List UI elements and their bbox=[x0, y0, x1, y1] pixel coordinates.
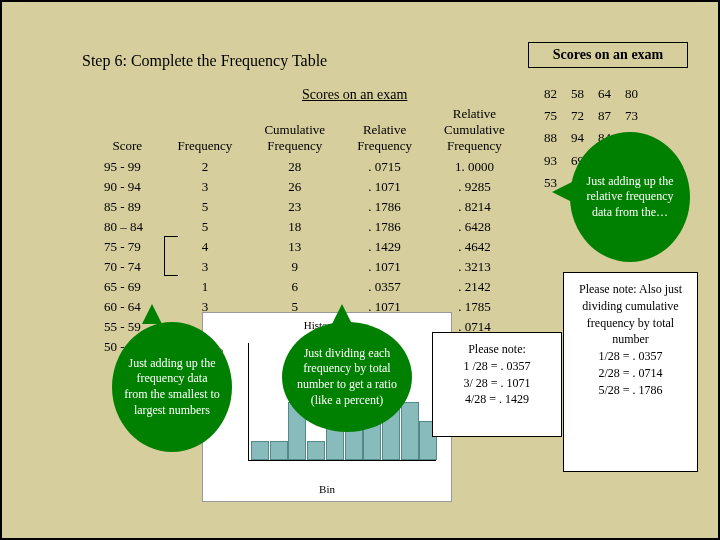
cell: 95 - 99 bbox=[94, 158, 161, 176]
raw-score: 73 bbox=[619, 106, 644, 126]
table-row: 65 - 6916. 0357. 2142 bbox=[94, 278, 520, 296]
cell: 23 bbox=[249, 198, 340, 216]
raw-score: 93 bbox=[538, 151, 563, 171]
callout-relative-cumulative: Just adding up the relative frequency da… bbox=[570, 132, 690, 262]
note-line: 1 /28 = . 0357 bbox=[441, 358, 553, 375]
raw-score: 64 bbox=[592, 84, 617, 104]
note-line: 5/28 = . 1786 bbox=[572, 382, 689, 399]
note-relative-calc: Please note: 1 /28 = . 0357 3/ 28 = . 10… bbox=[432, 332, 562, 437]
cell: 13 bbox=[249, 238, 340, 256]
raw-score: 75 bbox=[538, 106, 563, 126]
note-line: 1/28 = . 0357 bbox=[572, 348, 689, 365]
col-score: Score bbox=[94, 104, 161, 156]
col-relative-frequency: Relative Frequency bbox=[342, 104, 427, 156]
chart-xlabel: Bin bbox=[203, 483, 451, 495]
cell: . 3213 bbox=[429, 258, 520, 276]
cell: 3 bbox=[163, 178, 248, 196]
col-cumulative-frequency: Cumulative Frequency bbox=[249, 104, 340, 156]
cell: . 1786 bbox=[342, 198, 427, 216]
cell: . 1429 bbox=[342, 238, 427, 256]
note-title: Please note: Also just dividing cumulati… bbox=[572, 281, 689, 348]
cell: 5 bbox=[163, 198, 248, 216]
chart-bar bbox=[270, 441, 288, 460]
cell: 26 bbox=[249, 178, 340, 196]
note-title: Please note: bbox=[441, 341, 553, 358]
cell: 75 - 79 bbox=[94, 238, 161, 256]
cell: 28 bbox=[249, 158, 340, 176]
table-heading: Scores on an exam bbox=[302, 87, 407, 103]
raw-score: 58 bbox=[565, 84, 590, 104]
cell: 65 - 69 bbox=[94, 278, 161, 296]
cell: 70 - 74 bbox=[94, 258, 161, 276]
cell: . 1071 bbox=[342, 258, 427, 276]
callout-relative-frequency: Just dividing each frequency by total nu… bbox=[282, 322, 412, 432]
step-title: Step 6: Complete the Frequency Table bbox=[82, 52, 327, 70]
cell: 9 bbox=[249, 258, 340, 276]
raw-score: 82 bbox=[538, 84, 563, 104]
cell: 80 – 84 bbox=[94, 218, 161, 236]
table-row: 80 – 84518. 1786. 6428 bbox=[94, 218, 520, 236]
cell: 5 bbox=[163, 218, 248, 236]
cell: 18 bbox=[249, 218, 340, 236]
cell: 6 bbox=[249, 278, 340, 296]
table-row: 85 - 89523. 1786. 8214 bbox=[94, 198, 520, 216]
raw-score: 72 bbox=[565, 106, 590, 126]
chart-bar bbox=[307, 441, 325, 460]
note-cumulative-calc: Please note: Also just dividing cumulati… bbox=[563, 272, 698, 472]
table-row: 75 - 79413. 1429. 4642 bbox=[94, 238, 520, 256]
note-line: 2/28 = . 0714 bbox=[572, 365, 689, 382]
cell: . 9285 bbox=[429, 178, 520, 196]
cell: . 8214 bbox=[429, 198, 520, 216]
raw-score: 94 bbox=[565, 128, 590, 148]
cell: . 2142 bbox=[429, 278, 520, 296]
raw-score: 80 bbox=[619, 84, 644, 104]
cell: . 1786 bbox=[342, 218, 427, 236]
note-line: 4/28 = . 1429 bbox=[441, 391, 553, 408]
cell: . 0715 bbox=[342, 158, 427, 176]
chart-bar bbox=[401, 402, 419, 461]
scores-panel-title: Scores on an exam bbox=[528, 42, 688, 68]
table-row: 90 - 94326. 1071. 9285 bbox=[94, 178, 520, 196]
cell: . 0357 bbox=[342, 278, 427, 296]
cell: 2 bbox=[163, 158, 248, 176]
note-line: 3/ 28 = . 1071 bbox=[441, 375, 553, 392]
table-row: 70 - 7439. 1071. 3213 bbox=[94, 258, 520, 276]
cell: . 6428 bbox=[429, 218, 520, 236]
chart-bar bbox=[251, 441, 269, 460]
table-row: 95 - 99228. 07151. 0000 bbox=[94, 158, 520, 176]
raw-score: 87 bbox=[592, 106, 617, 126]
raw-score: 88 bbox=[538, 128, 563, 148]
cell: . 1071 bbox=[342, 178, 427, 196]
col-relative-cumulative-frequency: Relative Cumulative Frequency bbox=[429, 104, 520, 156]
cell: 1 bbox=[163, 278, 248, 296]
callout-cumulative-frequency: Just adding up the frequency data from t… bbox=[112, 322, 232, 452]
cell: 1. 0000 bbox=[429, 158, 520, 176]
cell: 85 - 89 bbox=[94, 198, 161, 216]
cell: 90 - 94 bbox=[94, 178, 161, 196]
bracket-graphic bbox=[164, 236, 178, 276]
cell: . 4642 bbox=[429, 238, 520, 256]
col-frequency: Frequency bbox=[163, 104, 248, 156]
